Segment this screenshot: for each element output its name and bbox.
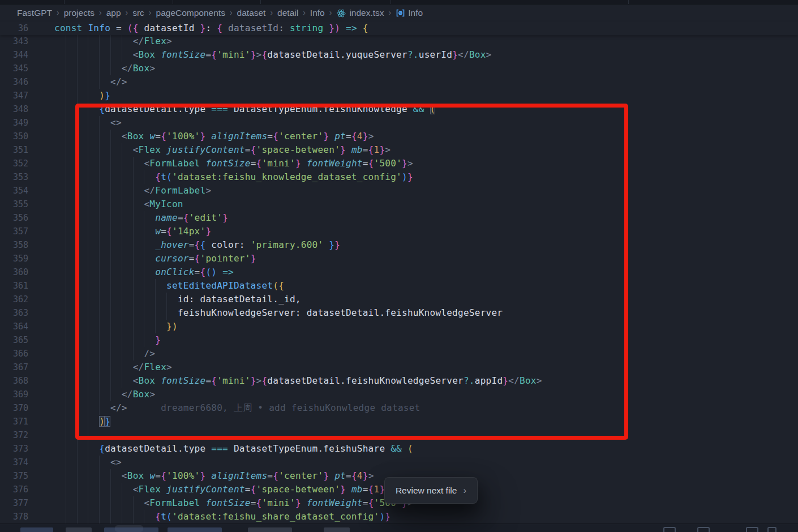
code-text: <> bbox=[54, 116, 122, 130]
code-token: > bbox=[368, 131, 374, 141]
code-line[interactable]: 355 <MyIcon bbox=[0, 198, 798, 211]
code-line[interactable]: 365 } bbox=[0, 333, 798, 347]
code-line[interactable]: 354 </FormLabel> bbox=[0, 184, 798, 198]
code-text bbox=[54, 428, 99, 442]
code-line[interactable]: 372 bbox=[0, 428, 798, 442]
code-token: = bbox=[161, 226, 166, 237]
code-token: } bbox=[200, 131, 206, 141]
breadcrumb-item[interactable]: app bbox=[106, 8, 121, 18]
code-line[interactable]: 346 </> bbox=[0, 75, 798, 89]
breadcrumb-symbol[interactable]: Info bbox=[396, 8, 423, 18]
breadcrumb-file[interactable]: index.tsx bbox=[336, 8, 384, 18]
code-token: > bbox=[385, 144, 391, 155]
code-text: } bbox=[54, 333, 161, 347]
code-token: > bbox=[149, 389, 155, 400]
bracket-match: ( bbox=[430, 104, 436, 114]
code-token: } bbox=[166, 321, 172, 332]
code-line[interactable]: 367 </Flex> bbox=[0, 361, 798, 374]
line-number: 344 bbox=[0, 48, 28, 62]
code-token bbox=[346, 484, 351, 495]
code-line[interactable]: 357 w={'14px'} bbox=[0, 225, 798, 238]
code-token: datasetDetail.feishuKnowledgeServer bbox=[267, 375, 464, 386]
code-token: Info bbox=[88, 23, 110, 33]
code-line[interactable]: 348 {datasetDetail.type === DatasetTypeE… bbox=[0, 102, 798, 116]
code-token: onClick bbox=[155, 267, 194, 277]
code-line[interactable]: 343 </Flex> bbox=[0, 35, 798, 48]
code-line[interactable]: 363 feishuKnowledgeServer: datasetDetail… bbox=[0, 306, 798, 320]
code-token: { bbox=[161, 131, 166, 141]
code-text: </Flex> bbox=[54, 361, 172, 374]
code-line[interactable]: 359 cursor={'pointer'} bbox=[0, 252, 798, 265]
code-line[interactable]: 350 <Box w={'100%'} alignItems={'center'… bbox=[0, 130, 798, 143]
code-token bbox=[217, 267, 222, 277]
breadcrumb-item[interactable]: Info bbox=[310, 8, 325, 18]
code-line[interactable]: 356 name={'edit'} bbox=[0, 211, 798, 225]
code-line[interactable]: 368 <Box fontSize={'mini'}>{datasetDetai… bbox=[0, 374, 798, 388]
code-line[interactable]: 364 }) bbox=[0, 320, 798, 333]
code-line[interactable]: 353 {t('dataset:feishu_knowledge_dataset… bbox=[0, 170, 798, 184]
code-line[interactable]: 345 </Box> bbox=[0, 62, 798, 75]
code-token: <> bbox=[110, 457, 122, 467]
code-line[interactable]: 378 {t('dataset:feishu_share_dataset_con… bbox=[0, 510, 798, 524]
code-token: '14px' bbox=[172, 226, 205, 237]
code-text: {t('dataset:feishu_share_dataset_config'… bbox=[54, 510, 391, 524]
breadcrumb-item[interactable]: detail bbox=[277, 8, 298, 18]
code-token bbox=[329, 131, 334, 141]
code-token bbox=[211, 23, 217, 33]
code-token: > bbox=[149, 63, 155, 74]
code-line[interactable]: 370 </> dreamer6680, 上周 • add feishuKonw… bbox=[0, 401, 798, 415]
code-token: } bbox=[329, 239, 334, 250]
code-line[interactable]: 360 onClick={() => bbox=[0, 265, 798, 279]
code-token: = bbox=[155, 470, 161, 481]
code-token: < bbox=[133, 144, 139, 155]
breadcrumb-item[interactable]: dataset bbox=[237, 8, 266, 18]
code-token: { bbox=[251, 484, 256, 495]
code-line[interactable]: 347 )} bbox=[0, 89, 798, 102]
code-token: = bbox=[363, 144, 368, 155]
code-line[interactable]: 361 setEditedAPIDataset({ bbox=[0, 279, 798, 293]
code-line[interactable]: 352 <FormLabel fontSize={'mini'} fontWei… bbox=[0, 157, 798, 170]
code-token: ) bbox=[379, 511, 385, 522]
chevron-right-icon: › bbox=[463, 485, 466, 496]
breadcrumb-item[interactable]: projects bbox=[64, 8, 95, 18]
code-token: 'dataset:feishu_share_dataset_config' bbox=[172, 511, 379, 522]
code-token: < bbox=[144, 497, 149, 508]
code-line[interactable]: 36const Info = ({ datasetId }: { dataset… bbox=[0, 22, 798, 35]
code-token: { bbox=[363, 23, 368, 33]
code-line[interactable]: 373 {datasetDetail.type === DatasetTypeE… bbox=[0, 442, 798, 456]
code-text: setEditedAPIDataset({ bbox=[54, 279, 284, 293]
code-line[interactable]: 366 /> bbox=[0, 347, 798, 361]
code-token bbox=[205, 470, 211, 481]
code-line[interactable]: 371 )} bbox=[0, 415, 798, 428]
sticky-scroll-line[interactable]: 36const Info = ({ datasetId }: { dataset… bbox=[0, 22, 798, 35]
code-text: </Box> bbox=[54, 388, 155, 401]
breadcrumb-item[interactable]: FastGPT bbox=[17, 8, 52, 18]
code-line[interactable]: 358 _hover={{ color: 'primary.600' }} bbox=[0, 238, 798, 252]
code-line[interactable]: 362 id: datasetDetail._id, bbox=[0, 293, 798, 306]
code-line[interactable]: 351 <Flex justifyContent={'space-between… bbox=[0, 143, 798, 157]
code-line[interactable]: 349 <> bbox=[0, 116, 798, 130]
clipped-icon bbox=[663, 527, 676, 532]
bracket-match: } bbox=[105, 416, 110, 427]
line-number: 362 bbox=[0, 293, 28, 306]
code-token: Flex bbox=[139, 484, 161, 495]
line-number: 352 bbox=[0, 157, 28, 170]
code-text: <Box fontSize={'mini'}>{datasetDetail.yu… bbox=[54, 48, 492, 62]
review-next-file-button[interactable]: Review next file › bbox=[384, 477, 478, 504]
code-token: Box bbox=[520, 375, 537, 386]
code-line[interactable]: 374 <> bbox=[0, 456, 798, 469]
git-blame-annotation: dreamer6680, 上周 • add feishuKonwledge da… bbox=[127, 402, 421, 413]
code-line[interactable]: 344 <Box fontSize={'mini'}>{datasetDetai… bbox=[0, 48, 798, 62]
code-line[interactable]: 369 </Box> bbox=[0, 388, 798, 401]
code-token: pt bbox=[334, 470, 346, 481]
code-token: Box bbox=[127, 131, 144, 141]
code-token: { bbox=[273, 131, 278, 141]
breadcrumb-item[interactable]: src bbox=[132, 8, 144, 18]
code-token: { bbox=[133, 23, 139, 33]
editor-code-area[interactable]: 343 </Flex>344 <Box fontSize={'mini'}>{d… bbox=[0, 35, 798, 524]
line-number: 373 bbox=[0, 442, 28, 456]
code-token: { bbox=[368, 158, 374, 169]
code-token bbox=[301, 497, 307, 508]
code-token: ) bbox=[334, 23, 340, 33]
breadcrumb-item[interactable]: pageComponents bbox=[156, 8, 225, 18]
